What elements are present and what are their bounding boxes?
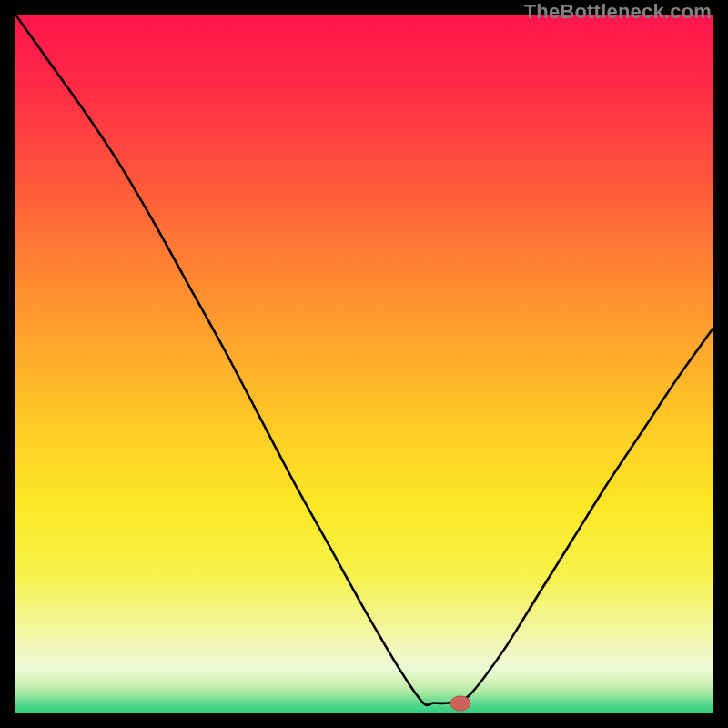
plot-area bbox=[15, 15, 713, 713]
chart-frame: TheBottleneck.com bbox=[0, 0, 728, 728]
plot-svg bbox=[15, 15, 713, 713]
optimal-marker bbox=[450, 696, 470, 711]
credit-watermark: TheBottleneck.com bbox=[524, 0, 712, 24]
